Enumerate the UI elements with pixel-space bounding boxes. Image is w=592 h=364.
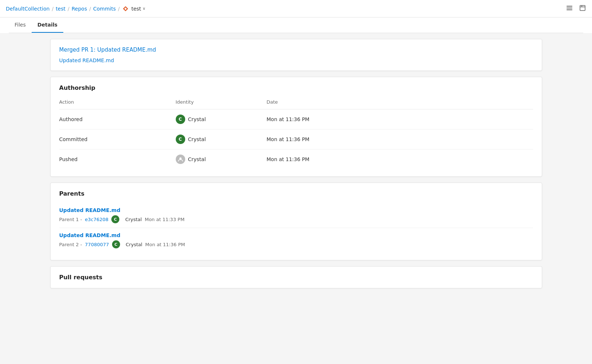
parent-label: Parent 2 - [59, 242, 82, 247]
tab-details[interactable]: Details [32, 17, 63, 33]
col-date: Date [267, 97, 533, 109]
page-top: Files Details [0, 17, 592, 33]
parent-meta: Parent 1 -e3c76208CCrystalMon at 11:33 P… [59, 215, 533, 223]
identity-name: Crystal [188, 156, 206, 162]
authorship-row: AuthoredCCrystalMon at 11:36 PM [59, 109, 533, 129]
breadcrumb-branch[interactable]: test ∨ [122, 5, 146, 12]
parent-identity-name: Crystal [126, 242, 143, 247]
avatar: C [176, 115, 185, 124]
avatar [176, 155, 185, 164]
col-action: Action [59, 97, 176, 109]
sep2: / [68, 6, 69, 12]
breadcrumb-collection[interactable]: DefaultCollection [6, 6, 49, 12]
authorship-card: Authorship Action Identity Date Authored… [50, 77, 542, 177]
pull-requests-title: Pull requests [59, 274, 533, 281]
identity-cell: Crystal [176, 149, 267, 169]
svg-rect-4 [567, 9, 572, 10]
authorship-row: PushedCrystalMon at 11:36 PM [59, 149, 533, 169]
date-cell: Mon at 11:36 PM [267, 129, 533, 149]
tab-files[interactable]: Files [9, 17, 32, 33]
svg-rect-3 [567, 8, 572, 8]
sep3: / [89, 6, 91, 12]
svg-rect-2 [567, 6, 572, 7]
tabs-container: Files Details [9, 17, 583, 33]
authorship-row: CommittedCCrystalMon at 11:36 PM [59, 129, 533, 149]
commit-title[interactable]: Merged PR 1: Updated README.md [59, 47, 533, 53]
parent-avatar: C [111, 215, 119, 223]
breadcrumb-project[interactable]: test [56, 6, 65, 12]
parent-commit-title[interactable]: Updated README.md [59, 232, 533, 238]
parent-commit-title[interactable]: Updated README.md [59, 207, 533, 213]
identity-cell: CCrystal [176, 129, 267, 149]
parent-meta: Parent 2 -77080077CCrystalMon at 11:36 P… [59, 240, 533, 248]
svg-point-9 [179, 157, 182, 160]
list-icon[interactable] [566, 4, 573, 13]
parent-date: Mon at 11:33 PM [145, 217, 184, 222]
sep4: / [118, 6, 120, 12]
nav-icons [566, 4, 586, 13]
svg-rect-5 [568, 6, 568, 7]
breadcrumb-repos[interactable]: Repos [72, 6, 87, 12]
breadcrumb: DefaultCollection / test / Repos / Commi… [6, 5, 146, 12]
action-cell: Committed [59, 129, 176, 149]
top-nav: DefaultCollection / test / Repos / Commi… [0, 0, 592, 17]
pull-requests-card: Pull requests [50, 266, 542, 288]
parent-label: Parent 1 - [59, 217, 82, 222]
col-identity: Identity [176, 97, 267, 109]
repo-diamond-icon [122, 5, 129, 12]
parent-date: Mon at 11:36 PM [145, 242, 185, 247]
svg-rect-8 [580, 5, 585, 11]
authorship-table: Action Identity Date AuthoredCCrystalMon… [59, 97, 533, 169]
identity-name: Crystal [188, 116, 206, 122]
package-icon[interactable] [579, 4, 586, 13]
parent-avatar: C [112, 240, 120, 248]
identity-cell: CCrystal [176, 109, 267, 129]
action-cell: Pushed [59, 149, 176, 169]
parents-title: Parents [59, 190, 533, 197]
main-content: Merged PR 1: Updated README.md Updated R… [41, 33, 551, 300]
date-cell: Mon at 11:36 PM [267, 149, 533, 169]
breadcrumb-commits[interactable]: Commits [93, 6, 116, 12]
sep1: / [52, 6, 53, 12]
chevron-down-icon: ∨ [143, 6, 146, 11]
svg-rect-6 [568, 8, 568, 8]
parent-item: Updated README.mdParent 2 -77080077CCrys… [59, 228, 533, 253]
parent-hash[interactable]: 77080077 [85, 242, 109, 247]
parent-hash[interactable]: e3c76208 [85, 217, 108, 222]
commit-message-card: Merged PR 1: Updated README.md Updated R… [50, 39, 542, 71]
commit-subtitle[interactable]: Updated README.md [59, 57, 533, 63]
parents-card: Parents Updated README.mdParent 1 -e3c76… [50, 183, 542, 260]
authorship-title: Authorship [59, 84, 533, 91]
action-cell: Authored [59, 109, 176, 129]
identity-name: Crystal [188, 136, 206, 142]
svg-rect-7 [568, 9, 568, 10]
date-cell: Mon at 11:36 PM [267, 109, 533, 129]
parents-list: Updated README.mdParent 1 -e3c76208CCrys… [59, 203, 533, 253]
parent-identity-name: Crystal [125, 217, 142, 222]
branch-label: test [131, 6, 141, 12]
avatar: C [176, 135, 185, 144]
parent-item: Updated README.mdParent 1 -e3c76208CCrys… [59, 203, 533, 228]
